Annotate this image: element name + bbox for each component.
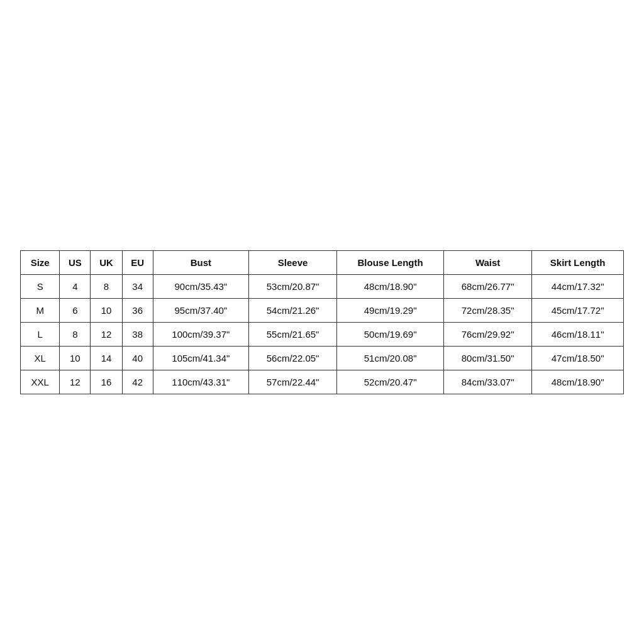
header-eu: EU bbox=[122, 250, 153, 274]
table-row: XL101440105cm/41.34"56cm/22.05"51cm/20.0… bbox=[21, 346, 624, 370]
table-row: M6103695cm/37.40"54cm/21.26"49cm/19.29"7… bbox=[21, 298, 624, 322]
cell-size: L bbox=[21, 322, 60, 346]
header-skirt-length: Skirt Length bbox=[532, 250, 624, 274]
cell-skirt_length: 46cm/18.11" bbox=[532, 322, 624, 346]
header-uk: UK bbox=[91, 250, 122, 274]
header-waist: Waist bbox=[444, 250, 532, 274]
cell-skirt_length: 44cm/17.32" bbox=[532, 274, 624, 298]
cell-bust: 105cm/41.34" bbox=[153, 346, 248, 370]
cell-uk: 14 bbox=[91, 346, 122, 370]
cell-bust: 90cm/35.43" bbox=[153, 274, 248, 298]
cell-waist: 72cm/28.35" bbox=[444, 298, 532, 322]
header-us: US bbox=[60, 250, 91, 274]
table-row: XXL121642110cm/43.31"57cm/22.44"52cm/20.… bbox=[21, 370, 624, 394]
cell-size: XL bbox=[21, 346, 60, 370]
table-header-row: Size US UK EU Bust Sleeve Blouse Length … bbox=[21, 250, 624, 274]
cell-sleeve: 55cm/21.65" bbox=[248, 322, 336, 346]
cell-eu: 42 bbox=[122, 370, 153, 394]
cell-skirt_length: 48cm/18.90" bbox=[532, 370, 624, 394]
cell-blouse_length: 51cm/20.08" bbox=[337, 346, 444, 370]
cell-us: 10 bbox=[60, 346, 91, 370]
cell-bust: 95cm/37.40" bbox=[153, 298, 248, 322]
cell-waist: 84cm/33.07" bbox=[444, 370, 532, 394]
cell-waist: 68cm/26.77" bbox=[444, 274, 532, 298]
cell-size: XXL bbox=[21, 370, 60, 394]
cell-blouse_length: 48cm/18.90" bbox=[337, 274, 444, 298]
cell-eu: 38 bbox=[122, 322, 153, 346]
header-blouse-length: Blouse Length bbox=[337, 250, 444, 274]
cell-waist: 76cm/29.92" bbox=[444, 322, 532, 346]
cell-size: S bbox=[21, 274, 60, 298]
cell-skirt_length: 45cm/17.72" bbox=[532, 298, 624, 322]
cell-sleeve: 56cm/22.05" bbox=[248, 346, 336, 370]
cell-uk: 8 bbox=[91, 274, 122, 298]
cell-blouse_length: 49cm/19.29" bbox=[337, 298, 444, 322]
header-size: Size bbox=[21, 250, 60, 274]
cell-sleeve: 53cm/20.87" bbox=[248, 274, 336, 298]
cell-sleeve: 57cm/22.44" bbox=[248, 370, 336, 394]
cell-us: 6 bbox=[60, 298, 91, 322]
cell-blouse_length: 50cm/19.69" bbox=[337, 322, 444, 346]
cell-bust: 100cm/39.37" bbox=[153, 322, 248, 346]
table-row: S483490cm/35.43"53cm/20.87"48cm/18.90"68… bbox=[21, 274, 624, 298]
header-sleeve: Sleeve bbox=[248, 250, 336, 274]
cell-blouse_length: 52cm/20.47" bbox=[337, 370, 444, 394]
cell-eu: 34 bbox=[122, 274, 153, 298]
cell-skirt_length: 47cm/18.50" bbox=[532, 346, 624, 370]
cell-eu: 40 bbox=[122, 346, 153, 370]
cell-us: 12 bbox=[60, 370, 91, 394]
header-bust: Bust bbox=[153, 250, 248, 274]
cell-uk: 10 bbox=[91, 298, 122, 322]
size-chart-table: Size US UK EU Bust Sleeve Blouse Length … bbox=[20, 250, 624, 394]
cell-uk: 12 bbox=[91, 322, 122, 346]
cell-waist: 80cm/31.50" bbox=[444, 346, 532, 370]
cell-sleeve: 54cm/21.26" bbox=[248, 298, 336, 322]
cell-uk: 16 bbox=[91, 370, 122, 394]
cell-size: M bbox=[21, 298, 60, 322]
cell-eu: 36 bbox=[122, 298, 153, 322]
table-row: L81238100cm/39.37"55cm/21.65"50cm/19.69"… bbox=[21, 322, 624, 346]
size-chart-container: Size US UK EU Bust Sleeve Blouse Length … bbox=[20, 250, 624, 394]
cell-us: 8 bbox=[60, 322, 91, 346]
cell-us: 4 bbox=[60, 274, 91, 298]
cell-bust: 110cm/43.31" bbox=[153, 370, 248, 394]
